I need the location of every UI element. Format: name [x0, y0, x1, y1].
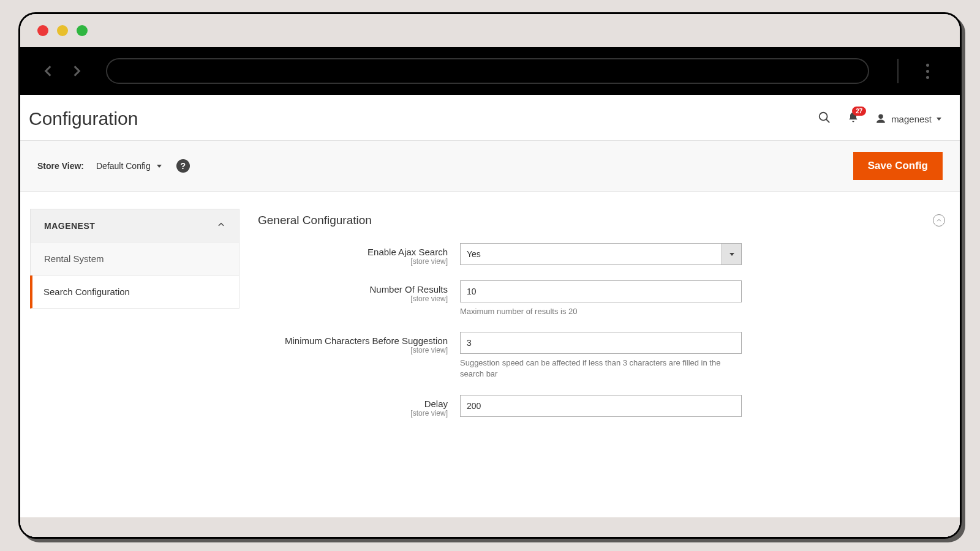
- store-view-label: Store View:: [37, 161, 84, 171]
- store-view-select[interactable]: Default Config: [96, 161, 162, 171]
- forward-button[interactable]: [68, 62, 86, 80]
- url-input[interactable]: [106, 58, 869, 84]
- page-title: Configuration: [25, 108, 138, 129]
- window-close-button[interactable]: [37, 25, 48, 36]
- field-note: Maximum number of results is 20: [460, 306, 742, 317]
- svg-point-0: [820, 113, 827, 121]
- field-delay: Delay [store view]: [258, 395, 945, 418]
- save-config-button[interactable]: Save Config: [853, 152, 943, 180]
- chevron-down-icon: [937, 118, 941, 121]
- field-label: Enable Ajax Search: [258, 247, 448, 257]
- window-maximize-button[interactable]: [77, 25, 88, 36]
- chevron-up-icon: [217, 220, 225, 231]
- window-minimize-button[interactable]: [57, 25, 68, 36]
- collapse-icon: [933, 214, 945, 227]
- config-panel: General Configuration Enable Ajax Search…: [239, 209, 945, 517]
- config-body: MAGENEST Rental System Search Configurat…: [20, 192, 960, 517]
- delay-input[interactable]: [460, 395, 742, 417]
- section-title: General Configuration: [258, 214, 372, 227]
- field-note: Suggestion speed can be affected if less…: [460, 358, 742, 380]
- field-label: Delay: [258, 399, 448, 409]
- field-scope: [store view]: [258, 294, 448, 303]
- field-scope: [store view]: [258, 257, 448, 266]
- field-minimum-characters: Minimum Characters Before Suggestion [st…: [258, 332, 945, 380]
- back-button[interactable]: [39, 62, 57, 80]
- page-header: Configuration 27 magenest: [20, 95, 960, 140]
- chevron-down-icon: [722, 244, 741, 264]
- svg-line-1: [826, 119, 830, 123]
- field-label: Minimum Characters Before Suggestion: [258, 335, 448, 346]
- toolbar-divider: [897, 59, 899, 83]
- footer-strip: [20, 517, 960, 537]
- config-sidebar: MAGENEST Rental System Search Configurat…: [30, 209, 239, 517]
- notification-badge: 27: [852, 107, 866, 116]
- notifications-button[interactable]: 27: [847, 111, 859, 126]
- sidebar-item-rental-system[interactable]: Rental System: [30, 242, 239, 276]
- page-content: Configuration 27 magenest Store View:: [20, 95, 960, 537]
- sidebar-group-magenest[interactable]: MAGENEST: [30, 209, 239, 242]
- number-of-results-input[interactable]: [460, 280, 742, 302]
- sidebar-item-label: Rental System: [44, 253, 104, 264]
- browser-toolbar: [20, 47, 960, 95]
- sidebar-item-search-configuration[interactable]: Search Configuration: [30, 276, 239, 309]
- field-enable-ajax-search: Enable Ajax Search [store view] Yes: [258, 243, 945, 266]
- window-titlebar: [20, 14, 960, 47]
- field-number-of-results: Number Of Results [store view] Maximum n…: [258, 280, 945, 317]
- enable-ajax-select[interactable]: Yes: [460, 243, 742, 265]
- sidebar-group-label: MAGENEST: [44, 221, 95, 231]
- field-label: Number Of Results: [258, 284, 448, 294]
- store-view-toolbar: Store View: Default Config ? Save Config: [20, 140, 960, 192]
- username-label: magenest: [891, 114, 932, 124]
- field-scope: [store view]: [258, 409, 448, 418]
- min-characters-input[interactable]: [460, 332, 742, 354]
- field-scope: [store view]: [258, 346, 448, 354]
- help-icon[interactable]: ?: [176, 159, 190, 173]
- avatar-icon: [875, 113, 886, 124]
- chevron-down-icon: [157, 165, 162, 168]
- section-header[interactable]: General Configuration: [258, 209, 945, 243]
- browser-window: Configuration 27 magenest Store View:: [18, 12, 962, 539]
- user-menu[interactable]: magenest: [875, 113, 941, 124]
- select-value: Yes: [461, 244, 722, 264]
- browser-menu-button[interactable]: [918, 62, 937, 80]
- store-view-value: Default Config: [96, 161, 151, 171]
- search-icon[interactable]: [818, 111, 831, 127]
- sidebar-item-label: Search Configuration: [43, 287, 130, 297]
